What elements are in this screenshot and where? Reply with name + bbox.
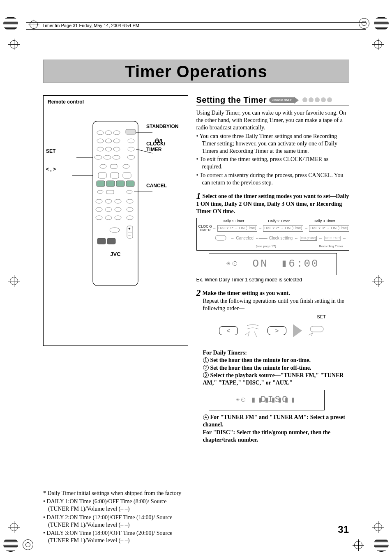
intro-bullets: • You can store three Daily Timer settin… [196, 133, 350, 187]
footnote-daily2: • DAILY 2:ON Time (12:00)/OFF Time (14:0… [48, 514, 188, 529]
svg-point-2 [97, 131, 104, 135]
initial-settings-note: * Daily Timer initial settings when ship… [43, 490, 188, 544]
svg-point-12 [128, 147, 134, 151]
arrow-set-diagram: < > SET [196, 316, 350, 345]
footnote-daily1: • DAILY 1:ON Time (6:00)/OFF Time (8:00)… [48, 498, 188, 513]
svg-rect-18 [111, 164, 117, 168]
svg-rect-57 [310, 326, 323, 332]
svg-point-40 [115, 216, 121, 220]
svg-point-11 [113, 147, 120, 151]
svg-text:+: + [129, 227, 131, 231]
svg-point-32 [115, 199, 121, 203]
clock-timer-button-icon [215, 234, 229, 243]
print-mark [374, 16, 389, 31]
svg-rect-21 [111, 173, 119, 178]
svg-rect-24 [106, 181, 115, 187]
intro-text: Using Daily Timer, you can wake up with … [196, 109, 350, 132]
svg-point-13 [95, 155, 102, 159]
right-key-icon: > [267, 326, 286, 335]
svg-point-4 [113, 131, 120, 135]
svg-point-38 [96, 216, 102, 220]
svg-point-42 [110, 228, 120, 233]
svg-point-30 [96, 199, 102, 203]
svg-point-16 [127, 155, 135, 159]
lcd-caption: Ex. When Daily Timer 1 setting mode is s… [196, 277, 350, 283]
svg-point-7 [113, 139, 120, 143]
svg-rect-26 [126, 181, 134, 187]
svg-point-31 [105, 199, 112, 203]
svg-rect-22 [123, 173, 131, 178]
svg-point-5 [97, 139, 104, 143]
svg-rect-25 [116, 181, 125, 187]
section-header: Setting the Timer Remote ONLY » [196, 95, 350, 106]
print-mark [3, 537, 18, 552]
press-lines-icon [244, 323, 261, 338]
svg-point-14 [104, 155, 111, 159]
step-1: 1Select one of the timer setting modes y… [196, 191, 350, 283]
svg-rect-45 [97, 238, 106, 244]
svg-text:JVC: JVC [111, 251, 121, 257]
svg-point-27 [97, 190, 103, 193]
svg-point-6 [105, 139, 112, 143]
lcd-example-1: ☀⏲ ON ▮6:00 [209, 253, 337, 275]
svg-rect-46 [107, 238, 115, 244]
svg-point-34 [96, 207, 102, 212]
remote-only-badge: Remote ONLY [269, 97, 294, 103]
svg-point-39 [105, 216, 112, 220]
registration-mark [8, 275, 20, 287]
footnote-star: * Daily Timer initial settings when ship… [48, 490, 188, 497]
registration-mark [372, 275, 384, 287]
section-title: Setting the Timer [196, 95, 267, 105]
svg-point-33 [127, 199, 133, 203]
registration-mark [372, 39, 384, 50]
svg-rect-20 [98, 173, 106, 178]
step-2: 2Make the timer setting as you want. Rep… [196, 288, 350, 444]
svg-point-29 [127, 190, 132, 193]
print-header: Timer.fm Page 31 Friday, May 14, 2004 6:… [26, 22, 366, 30]
print-mark [23, 539, 33, 550]
svg-point-37 [127, 207, 133, 212]
svg-rect-1 [126, 129, 136, 134]
print-mark [374, 537, 389, 552]
svg-text:−: − [128, 233, 131, 238]
svg-rect-56 [215, 235, 226, 240]
svg-point-36 [115, 207, 121, 212]
daily-timers-heading: For Daily Timers: [203, 349, 350, 357]
footnote-daily3: • DAILY 3:ON Time (18:00)/OFF Time (20:0… [48, 530, 188, 544]
svg-rect-23 [97, 181, 105, 187]
svg-point-3 [105, 131, 112, 135]
callout-standby: STANDBY/ON [146, 124, 178, 129]
registration-mark [353, 539, 364, 551]
decorative-dots [301, 97, 332, 104]
svg-point-15 [113, 155, 120, 159]
left-key-icon: < [219, 326, 238, 335]
svg-point-19 [123, 164, 129, 168]
registration-mark [8, 39, 20, 50]
registration-mark [372, 521, 384, 533]
print-mark [3, 16, 18, 31]
callout-cancel: CANCEL [146, 183, 167, 189]
svg-point-8 [128, 139, 134, 143]
registration-mark [8, 521, 20, 533]
timer-flow-diagram: Daily 1 Timer Daily 2 Timer Daily 3 Time… [196, 218, 350, 251]
arrow-icon [293, 324, 302, 337]
page-number: 31 [338, 524, 349, 535]
step2-item4: For "TUNER FM" and "TUNER AM": Select a … [203, 414, 345, 443]
callout-set: SET [46, 148, 55, 154]
page-title: Timer Operations [43, 60, 349, 83]
remote-label: Remote control [48, 99, 84, 105]
svg-point-10 [105, 147, 112, 151]
remote-control-box: Remote control [43, 95, 188, 346]
svg-point-35 [105, 207, 112, 212]
svg-point-41 [127, 216, 133, 220]
svg-point-9 [97, 147, 104, 151]
set-button-icon [309, 324, 327, 336]
callout-arrows: < , > [46, 166, 56, 172]
svg-point-17 [100, 164, 106, 168]
svg-rect-28 [106, 190, 114, 194]
callout-clock-timer: CLOCK/ TIMER [146, 141, 165, 152]
